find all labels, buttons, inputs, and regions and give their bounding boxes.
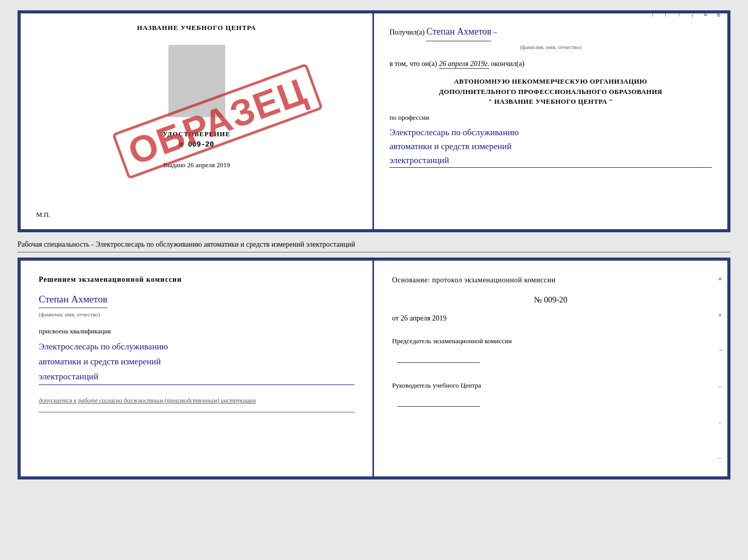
issued-label: Выдано <box>163 161 185 169</box>
допускается-block: допускается к работе согласно должностны… <box>39 395 354 412</box>
допускается-value: работе согласно должностным (производств… <box>78 397 256 404</box>
head-block: Руководитель учебного Центра <box>392 379 709 411</box>
issued-date: 26 апреля 2019 <box>187 161 230 169</box>
protocol-number: № 009-20 <box>392 293 709 308</box>
top-doc-left: НАЗВАНИЕ УЧЕБНОГО ЦЕНТРА УДОСТОВЕРЕНИЕ №… <box>21 13 374 229</box>
dash-after-name: – <box>493 28 497 36</box>
right-side-marks-bottom: и а ← – – – <box>719 261 724 476</box>
head-label: Руководитель учебного Центра <box>392 379 709 391</box>
qual-block: Электрослесарь по обслуживанию автоматик… <box>39 340 354 385</box>
basis-title: Основание: протокол экзаменационной коми… <box>392 274 709 286</box>
chairman-sig-line <box>397 347 480 363</box>
head-sig-line <box>397 391 480 407</box>
received-name: Степан Ахметов <box>426 24 491 41</box>
chairman-block: Председатель экзаменационной комиссии <box>392 335 709 366</box>
in-that-label: в том, что он(а) <box>389 60 437 68</box>
decision-name-block: Степан Ахметов (фамилия, имя, отчество) <box>39 291 354 319</box>
assigned-label: присвоена квалификация <box>39 326 354 337</box>
protocol-date: от 26 апреля 2019 <box>392 312 709 325</box>
top-doc-right: Получил(а) Степан Ахметов – (фамилия, им… <box>374 13 727 229</box>
photo-placeholder <box>168 45 225 117</box>
date-value-top: 26 апреля 2019г. <box>439 60 489 69</box>
bottom-doc-left: Решением экзаменационной комиссии Степан… <box>21 261 374 476</box>
bottom-doc-right: Основание: протокол экзаменационной коми… <box>374 261 727 476</box>
decision-name: Степан Ахметов <box>39 291 107 308</box>
chairman-label: Председатель экзаменационной комиссии <box>392 335 709 347</box>
right-side-marks-top: и а ← – – – <box>648 13 724 229</box>
cert-issued: Выдано 26 апреля 2019 <box>163 161 230 169</box>
school-name-top: НАЗВАНИЕ УЧЕБНОГО ЦЕНТРА <box>137 24 256 32</box>
mp-label: М.П. <box>36 205 50 219</box>
finished-label: окончил(а) <box>491 60 524 68</box>
decision-title: Решением экзаменационной комиссии <box>39 274 354 286</box>
received-label: Получил(а) <box>389 28 425 36</box>
bottom-document: Решением экзаменационной комиссии Степан… <box>18 258 730 479</box>
fio-subtitle-bottom: (фамилия, имя, отчество) <box>39 310 354 319</box>
cert-title: УДОСТОВЕРЕНИЕ <box>163 130 230 138</box>
cert-number: № 009-20 <box>179 140 214 149</box>
middle-subtitle: Рабочая специальность - Электрослесарь п… <box>18 237 730 252</box>
top-document: НАЗВАНИЕ УЧЕБНОГО ЦЕНТРА УДОСТОВЕРЕНИЕ №… <box>18 10 730 232</box>
